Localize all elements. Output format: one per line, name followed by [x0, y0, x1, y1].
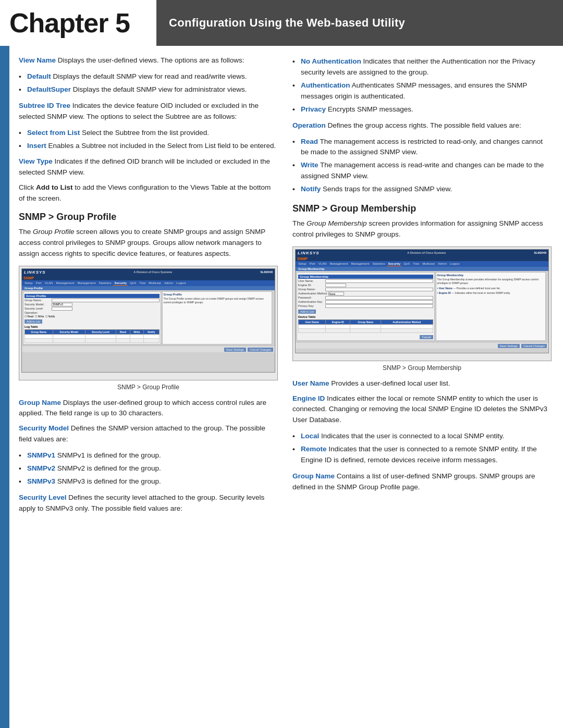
- page-header: Chapter 5 Configuration Using the Web-ba…: [0, 0, 563, 46]
- chapter-title-block: Chapter 5: [0, 0, 156, 46]
- group-name2-para: Group Name Contains a list of user-defin…: [292, 471, 552, 493]
- ls-nav-mcast: Multicast: [148, 281, 162, 286]
- ls-nav-sec: Security: [113, 281, 128, 286]
- ls-nav-mgmt12: Management: [328, 262, 349, 266]
- subtree-bullets: Select from List Select the Subtree from…: [19, 127, 278, 153]
- ls-nav-admin: Admin: [163, 281, 174, 286]
- main-content: View Name Displays the user-defined view…: [9, 46, 563, 728]
- engine-bullets: Local Indicates that the user is connect…: [292, 430, 552, 467]
- ls-operation-label: Operation:: [25, 311, 160, 314]
- bullet-text: Enables a Subtree not included in the Se…: [48, 142, 276, 150]
- ls-header1: LINKSYS A Division of Cisco Systems SLM2…: [22, 269, 275, 276]
- list-item: SNMPv3 SNMPv3 is defined for the group.: [19, 475, 278, 488]
- screenshot2-box: LINKSYS A Division of Cisco Systems SLM2…: [292, 246, 552, 361]
- ls-field-privacy-key: Privacy Key:: [298, 304, 433, 308]
- engine-id-text: Indicates either the local or remote SNM…: [292, 394, 547, 424]
- ls-nav-setup: Setup: [23, 281, 34, 286]
- bullet-term: Notify: [301, 185, 321, 193]
- ls-nav-vlan: VLAN: [44, 281, 54, 286]
- bullet-text: Displays the default SNMP view for admin…: [73, 85, 247, 93]
- ls-subnav2: Group Membership: [296, 267, 548, 271]
- list-item: Insert Enables a Subtree not included in…: [19, 140, 278, 153]
- ls-footer2: Save Settings Cancel Changes: [296, 342, 548, 349]
- ls-left2: Group Membership User Name: Engine ID:: [297, 272, 435, 341]
- ls-nav-vlan2: VLAN: [317, 262, 328, 266]
- ls-group-table: Group Name Security Model Security Level…: [25, 329, 160, 343]
- bullet-text: Displays the default SNMP view for read …: [53, 72, 247, 80]
- ls-left1: Group Profile Group Name: Security Model…: [23, 291, 161, 344]
- bullet-term: Read: [301, 138, 318, 145]
- bullet-text: The management access is restricted to r…: [301, 138, 543, 156]
- security-level-label: Security Level: [19, 493, 67, 501]
- ls-nav-admin2: Admin: [437, 262, 448, 266]
- gm-italic: Group Membership: [307, 219, 367, 227]
- ls-footer1: Save Settings Cancel Changes: [22, 346, 275, 352]
- operation-para: Operation Defines the group access right…: [292, 120, 552, 131]
- list-item: SNMPv1 SNMPv1 is defined for the group.: [19, 449, 278, 462]
- engine-id-label: Engine ID: [292, 394, 325, 402]
- linksys-logo: LINKSYS: [24, 270, 46, 275]
- ls-nav-port2: Port: [309, 262, 316, 266]
- ls-log-table-section: Log Table Group Name Security Model Secu…: [25, 325, 160, 343]
- user-name-para: User Name Provides a user-defined local …: [292, 378, 552, 389]
- two-column-layout: View Name Displays the user-defined view…: [19, 55, 552, 519]
- bullet-term: Insert: [27, 142, 46, 150]
- list-item: Remote Indicates that the user is connec…: [292, 443, 552, 467]
- ls-field-password: Password:: [298, 296, 433, 300]
- ls-right1: Group Profile The Group Profile screen a…: [162, 291, 273, 344]
- add-to-list-para: Click Add to List to add the Views confi…: [19, 182, 278, 204]
- ls-subnav-group-membership: Group Membership: [297, 267, 325, 270]
- bullet-text: SNMPv3 is defined for the group.: [57, 477, 161, 485]
- ls-model: SLM2048: [260, 270, 273, 274]
- bullet-term: SNMPv3: [27, 477, 55, 485]
- view-type-text: Indicates if the defined OID branch will…: [19, 157, 270, 176]
- bullet-term: Remote: [301, 445, 327, 453]
- security-level-para: Security Level Defines the security leve…: [19, 492, 278, 514]
- user-name-label: User Name: [292, 379, 329, 387]
- ls-cancel-btn2[interactable]: Cancel Changes: [521, 344, 547, 348]
- table-row: [299, 328, 433, 332]
- screenshot1-box: LINKSYS A Division of Cisco Systems SLM2…: [19, 266, 278, 380]
- ls-cancel-btn1[interactable]: Cancel Changes: [248, 348, 273, 352]
- view-bullets: Default Displays the default SNMP view f…: [19, 70, 278, 96]
- view-type-label: View Type: [19, 157, 53, 165]
- group-profile-intro-para: The Group Profile screen allows you to c…: [19, 227, 278, 260]
- engine-id-para: Engine ID Indicates either the local or …: [292, 393, 552, 426]
- group-membership-heading: SNMP > Group Membership: [292, 203, 552, 214]
- ls-save-btn1[interactable]: Save Settings: [224, 348, 246, 352]
- ls-body1: Group Profile Group Name: Security Model…: [22, 290, 275, 346]
- bullet-text: SNMPv1 is defined for the group.: [57, 451, 161, 459]
- table-row: [299, 324, 433, 328]
- gm-intro: The: [292, 219, 307, 227]
- security-model-bullets: SNMPv1 SNMPv1 is defined for the group. …: [19, 449, 278, 488]
- list-item: No Authentication Indicates that neither…: [292, 55, 552, 79]
- ls-save-btn2[interactable]: Save Settings: [498, 344, 520, 348]
- ls-nav-logout: Logout: [175, 281, 187, 286]
- ls-nav-logout2: Logout: [449, 262, 460, 266]
- table-row: [25, 334, 160, 338]
- view-name-text: Displays the user-defined views. The opt…: [58, 56, 244, 64]
- bullet-term: Write: [301, 161, 319, 169]
- ls-header-info: A Division of Cisco Systems: [133, 270, 172, 274]
- bullet-term: Local: [301, 432, 319, 440]
- auth-bullets: No Authentication Indicates that neither…: [292, 55, 552, 116]
- bullet-text: Indicates that the user is connected to …: [301, 445, 537, 464]
- bullet-text: Indicates that the user is connected to …: [321, 432, 504, 440]
- ls-nav-setup2: Setup: [297, 262, 308, 266]
- list-item: Read The management access is restricted…: [292, 135, 552, 159]
- ls-nav-mgmt1: Management: [55, 281, 75, 286]
- ls-add-to-list-btn[interactable]: Add to List: [25, 319, 42, 324]
- right-column: No Authentication Indicates that neither…: [292, 55, 552, 519]
- view-name-para: View Name Displays the user-defined view…: [19, 55, 278, 66]
- linksys-screenshot1: LINKSYS A Division of Cisco Systems SLM2…: [21, 268, 275, 373]
- ls-nav-stats2: Statistics: [371, 262, 386, 266]
- ls-right2: Group Membership The Group Membership sc…: [436, 272, 546, 341]
- ls-field-auth-method: Authentication Method: None: [298, 292, 433, 295]
- ls-add-to-list-btn2[interactable]: Add to List: [298, 310, 316, 314]
- list-item: Default Displays the default SNMP view f…: [19, 70, 278, 83]
- ls-cancel-table-btn[interactable]: Cancel: [420, 335, 433, 339]
- add-to-list-term: Add to List: [36, 183, 73, 191]
- list-item: DefaultSuper Displays the default SNMP v…: [19, 83, 278, 96]
- ls-nav-mcast2: Multicast: [421, 262, 436, 266]
- ls-subnav-group-profile: Group Profile: [23, 287, 44, 290]
